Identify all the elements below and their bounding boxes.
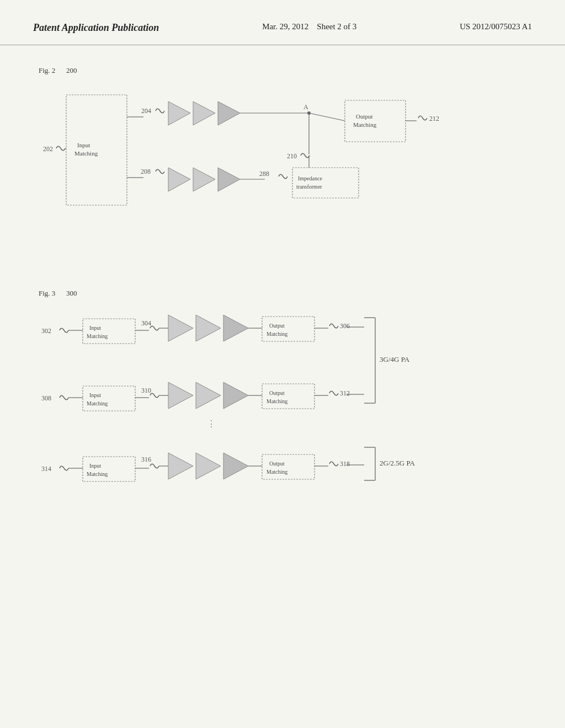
fig3-amp3-upper — [223, 315, 248, 341]
fig2-impedance-label1: Impedance — [298, 175, 322, 181]
fig3-om-mid-label1: Output — [269, 390, 285, 396]
fig3-im-mid-box — [83, 386, 135, 411]
fig2-n202-label: 202 — [43, 145, 53, 153]
fig3-im-upper-box — [83, 319, 135, 344]
fig3-amp2-bot — [196, 453, 221, 479]
fig3-amp2-upper — [196, 315, 221, 341]
fig2-n210-label: 210 — [287, 152, 297, 160]
fig2-n206-wave — [156, 169, 164, 174]
fig3-separator-dots: ⋮ — [207, 419, 216, 429]
fig2-amp1-lower — [168, 168, 190, 191]
fig2-n212-wave — [418, 116, 427, 120]
publication-title: Patent Application Publication — [33, 22, 159, 34]
fig3-om-upper-box — [262, 317, 315, 341]
fig3-n302-wave — [60, 328, 68, 333]
fig3-amp1-upper — [168, 315, 193, 341]
fig3-om-bot-label1: Output — [269, 461, 285, 467]
publication-number: US 2012/0075023 A1 — [460, 22, 532, 31]
fig2-n202-wave — [56, 146, 65, 151]
page-content: Fig. 2 200 Input Matching 202 204 — [0, 45, 565, 596]
fig3-im-mid-label2: Matching — [87, 400, 108, 406]
fig3-n316-label: 316 — [141, 456, 151, 463]
fig3-n304-wave — [150, 326, 159, 330]
fig2-label: Fig. 2 — [39, 66, 55, 74]
fig3-n310-label: 310 — [141, 387, 151, 394]
fig2-output-matching-label2: Matching — [353, 121, 377, 128]
figure-3-diagram: Fig. 3 300 302 Input Matching 304 Output — [33, 285, 530, 560]
fig3-im-bot-label2: Matching — [87, 471, 108, 477]
fig2-input-matching-label1: Input — [77, 142, 90, 148]
fig3-im-upper-label1: Input — [89, 325, 101, 331]
fig2-n204-label: 204 — [141, 107, 151, 115]
fig2-n210-wave — [301, 153, 310, 158]
fig3-im-bot-label1: Input — [89, 463, 101, 469]
fig2-amp3-upper — [218, 101, 240, 125]
fig2-input-matching-label2: Matching — [74, 150, 98, 157]
fig2-amp1-upper — [168, 101, 190, 125]
fig3-om-bot-box — [262, 454, 315, 479]
fig2-amp2-upper — [193, 101, 215, 125]
fig3-n318-wave — [329, 462, 338, 466]
fig3-om-bot-label2: Matching — [266, 469, 287, 475]
fig3-n304-label: 304 — [141, 319, 151, 327]
fig3-n314-wave — [60, 466, 68, 470]
fig2-n288-label: 288 — [259, 170, 269, 178]
figure-3-section: Fig. 3 300 302 Input Matching 304 Output — [33, 285, 532, 563]
fig3-3g4g-label: 3G/4G PA — [380, 355, 410, 363]
fig3-n314-label: 314 — [41, 465, 51, 473]
fig3-om-upper-label1: Output — [269, 323, 285, 329]
fig2-number: 200 — [66, 66, 77, 74]
fig3-n312-wave — [329, 391, 338, 395]
figure-2-diagram: Fig. 2 200 Input Matching 202 204 — [33, 62, 530, 260]
fig2-output-matching-label1: Output — [356, 113, 373, 120]
fig3-n308-wave — [60, 395, 68, 400]
page-header: Patent Application Publication Mar. 29, … — [0, 0, 565, 45]
fig3-n308-label: 308 — [41, 394, 51, 402]
fig2-impedance-label2: transformer — [296, 184, 322, 190]
fig2-amp2-lower — [193, 168, 215, 191]
fig3-om-mid-box — [262, 384, 315, 409]
sheet-number: Sheet 2 of 3 — [317, 22, 356, 31]
fig2-n212-label: 212 — [429, 115, 439, 122]
fig2-amp3-lower — [218, 168, 240, 191]
fig3-n310-wave — [150, 393, 159, 398]
figure-2-section: Fig. 2 200 Input Matching 202 204 — [33, 62, 532, 263]
fig3-amp3-mid — [223, 382, 248, 409]
fig2-point-a-label: A — [303, 103, 308, 111]
fig3-im-bot-box — [83, 457, 135, 481]
fig3-amp3-bot — [223, 453, 248, 479]
fig3-label: Fig. 3 — [39, 289, 55, 297]
fig2-n206-label: 208 — [141, 168, 151, 175]
fig3-n312-label: 312 — [340, 389, 350, 397]
fig2-impedance-box — [292, 168, 359, 198]
fig3-n318-label: 318 — [340, 460, 350, 468]
fig3-n306-wave — [329, 324, 338, 328]
fig3-im-upper-label2: Matching — [87, 333, 108, 339]
fig3-amp1-mid — [168, 382, 193, 409]
fig3-2g25g-label: 2G/2.5G PA — [380, 459, 415, 467]
fig2-n204-wave — [156, 109, 164, 113]
fig3-om-upper-label2: Matching — [266, 331, 287, 337]
fig2-line-a-to-out — [309, 113, 345, 121]
fig3-number: 300 — [66, 289, 77, 297]
fig3-im-mid-label1: Input — [89, 392, 101, 398]
publication-date-sheet: Mar. 29, 2012 Sheet 2 of 3 — [262, 22, 356, 31]
fig3-n306-label: 306 — [340, 322, 350, 330]
fig3-n316-wave — [150, 464, 159, 468]
fig2-n288-wave — [279, 174, 287, 179]
publication-date: Mar. 29, 2012 — [262, 22, 308, 31]
fig3-amp2-mid — [196, 382, 221, 409]
fig3-n302-label: 302 — [41, 327, 51, 335]
fig3-amp1-bot — [168, 453, 193, 479]
fig3-om-mid-label2: Matching — [266, 398, 287, 404]
